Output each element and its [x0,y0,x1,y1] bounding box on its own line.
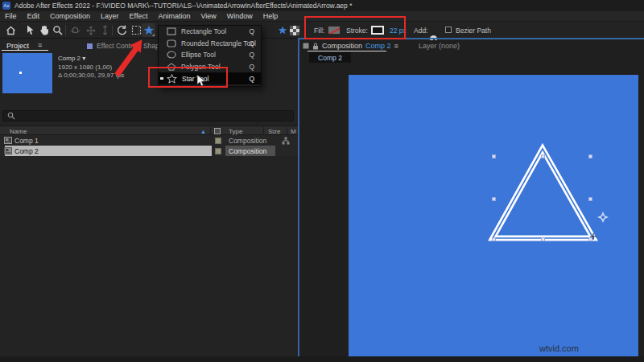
active-panel-underline [308,51,386,51]
table-row-comp1[interactable]: Comp 1 Composition [0,135,298,146]
row-type: Composition [229,147,266,155]
selection-tool-icon[interactable] [23,23,37,37]
panel-title[interactable]: Composition [322,42,362,50]
bezier-path-checkbox[interactable] [445,27,452,33]
selection-handle[interactable] [492,154,496,158]
menu-file[interactable]: File [5,12,17,20]
menu-view[interactable]: View [200,12,216,20]
label-column-icon[interactable] [214,128,221,134]
column-size[interactable]: Size [268,128,281,135]
bezier-path-label[interactable]: Bezier Path [456,27,491,35]
composition-item-icon [4,137,12,144]
search-icon [7,112,15,120]
annotation-box-star-tool [148,67,228,88]
selection-handle[interactable] [588,154,592,158]
selection-handle[interactable] [588,237,592,241]
menu-item-ellipse-tool[interactable]: Ellipse Tool Q [159,49,261,61]
panel-active-comp[interactable]: Comp 2 [365,42,391,50]
tab-project[interactable]: Project [6,42,29,50]
hand-tool-icon[interactable] [37,23,51,37]
menu-effect[interactable]: Effect [130,12,148,20]
menu-item-shortcut: Q [249,63,254,71]
row-name: Comp 1 [14,137,39,145]
annotation-box-fill-stroke [304,16,406,39]
pan-camera-tool-icon[interactable] [84,23,97,37]
menu-edit[interactable]: Edit [27,12,40,20]
menu-layer[interactable]: Layer [101,12,119,20]
comp-resolution: 1920 x 1080 (1,00) [58,64,112,71]
menu-item-shortcut: Q [249,39,254,47]
viewer-tab-label: Comp 2 [318,54,342,62]
table-row-comp2[interactable]: Comp 2 Composition [0,146,298,156]
selection-handle[interactable] [541,154,545,158]
row-name: Comp 2 [14,147,39,155]
after-effects-logo-icon: Ae [2,2,10,10]
transparency-grid-icon[interactable] [287,23,301,37]
rounded-rectangle-tool-icon [167,39,176,47]
composition-panel-header: Composition Comp 2 ≡ [303,42,398,50]
menu-composition[interactable]: Composition [50,12,90,20]
viewer-tab-comp2[interactable]: Comp 2 [309,52,351,63]
active-tab-underline [2,50,48,51]
thumbnail-shape-dot [19,72,22,74]
project-panel: Project ≡ Effect Controls Shape Layer 1 … [0,40,298,362]
bottom-strip [0,356,644,362]
selection-handle[interactable] [492,237,496,241]
project-list-header: Name ▲ Type Size M [0,125,298,135]
menu-item-shortcut: Q [249,27,254,35]
column-media[interactable]: M [291,128,296,135]
star-tool-button[interactable] [142,23,155,37]
menu-item-label: Rectangle Tool [181,27,226,35]
label-color-swatch[interactable] [215,138,221,144]
window-title: Adobe After Effects 2022 - F:\VIDEO MARK… [14,2,353,10]
tool-flyout-indicator [152,34,155,36]
title-bar: Ae Adobe After Effects 2022 - F:\VIDEO M… [0,0,644,11]
column-type[interactable]: Type [229,128,242,135]
selection-handle[interactable] [492,197,496,201]
menu-animation[interactable]: Animation [158,12,190,20]
active-panel-border-left [298,38,299,362]
tab-layer-panel[interactable]: Layer (none) [419,42,460,50]
project-search-input[interactable] [2,110,294,121]
menu-item-shortcut: Q [249,75,254,83]
comp-usage-icon [282,137,290,145]
rectangle-tool-icon [167,27,176,35]
row-type: Composition [229,137,266,145]
panel-menu-icon[interactable]: ≡ [38,41,42,49]
selected-comp-name[interactable]: Comp 2 ▾ [58,55,85,62]
add-label: Add: [414,27,428,35]
column-name[interactable]: Name [10,128,27,135]
ellipse-tool-icon [167,51,176,59]
menu-item-rectangle-tool[interactable]: Rectangle Tool Q [159,26,261,38]
menu-window[interactable]: Window [227,12,253,20]
zoom-tool-icon[interactable] [51,23,64,37]
panel-icon [303,43,309,49]
composition-item-icon [4,147,12,154]
dolly-camera-tool-icon[interactable] [98,23,112,37]
watermark: wtvid.com [539,343,579,353]
lock-icon[interactable] [312,43,319,50]
home-icon[interactable] [4,23,18,37]
mouse-cursor-icon [196,74,206,88]
app-window: Ae Adobe After Effects 2022 - F:\VIDEO M… [0,0,644,362]
triangle-shape[interactable] [349,75,638,356]
rotation-tool-icon[interactable] [115,23,129,37]
menu-item-label: Rounded Rectangle Tool [181,39,256,47]
composition-panel: Composition Comp 2 ≡ Layer (none) Comp 2 [298,40,644,362]
selection-handle[interactable] [588,197,592,201]
effect-controls-tab-icon [87,43,93,49]
composition-canvas[interactable]: wtvid.com [349,75,638,356]
menu-item-label: Ellipse Tool [181,51,216,59]
sort-ascending-icon[interactable]: ▲ [200,129,206,134]
label-color-swatch[interactable] [215,148,221,154]
composition-thumbnail[interactable] [2,53,52,93]
orbit-camera-tool-icon[interactable] [68,23,82,37]
menu-item-rounded-rectangle-tool[interactable]: Rounded Rectangle Tool Q [159,38,261,50]
menu-help[interactable]: Help [263,12,279,20]
panel-menu-icon[interactable]: ≡ [394,42,398,50]
selection-handle[interactable] [541,237,545,241]
menu-item-shortcut: Q [249,51,254,59]
